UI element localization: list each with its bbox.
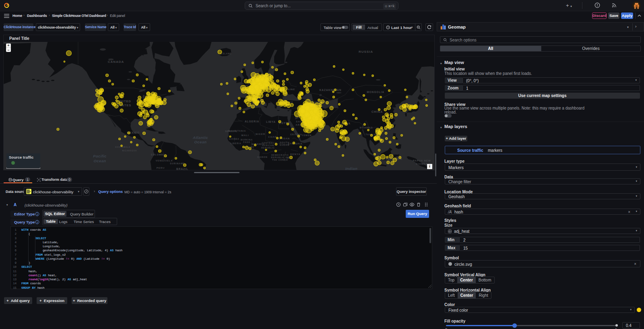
svg-text:PERU: PERU [157,167,165,169]
svg-text:KAZAKHSTAN: KAZAKHSTAN [320,89,342,91]
svg-text:GUINEA: GUINEA [229,138,239,140]
svg-text:MALI: MALI [242,134,249,137]
svg-text:Ocean: Ocean [93,159,106,163]
svg-text:REPUBLIC: REPUBLIC [261,147,275,149]
svg-text:LIBYA: LIBYA [266,120,276,123]
svg-text:ERITREA: ERITREA [291,133,302,136]
svg-text:NICARAGUA: NICARAGUA [122,150,137,152]
svg-text:SENEGAL: SENEGAL [225,130,237,132]
svg-text:CHINA: CHINA [372,110,383,114]
svg-text:COLOMBIA: COLOMBIA [151,153,166,156]
svg-text:RUSSIA: RUSSIA [359,50,373,54]
svg-text:FASO: FASO [243,141,250,143]
svg-text:VENEZUELA: VENEZUELA [156,159,173,162]
svg-text:BRAZIL: BRAZIL [176,168,188,170]
svg-text:MYANMAR: MYANMAR [360,126,373,129]
svg-text:LIBERIA: LIBERIA [231,142,242,145]
svg-text:GUATEMALA: GUATEMALA [115,146,130,148]
svg-text:ETHIOPIA: ETHIOPIA [288,143,303,145]
svg-text:PAPUA NEW: PAPUA NEW [413,159,431,162]
svg-text:THE CONGO: THE CONGO [272,159,288,161]
svg-text:Atlantic: Atlantic [192,135,208,140]
svg-text:Indian: Indian [345,166,357,170]
svg-text:ALGERIA: ALGERIA [245,120,259,123]
svg-text:Pacific: Pacific [93,154,107,158]
svg-text:CANADA: CANADA [108,60,124,64]
svg-text:SUDAN: SUDAN [280,144,290,146]
svg-text:NIGER: NIGER [256,133,265,135]
svg-text:MONGOLIA: MONGOLIA [367,91,384,93]
svg-text:GABON: GABON [257,156,267,158]
svg-text:KENYA: KENYA [290,153,300,155]
svg-text:CHAD: CHAD [268,136,277,138]
svg-text:Ocean: Ocean [194,140,206,144]
svg-text:YEMEN: YEMEN [302,134,312,137]
svg-text:SURINAME: SURINAME [170,162,185,165]
svg-text:GUINEA: GUINEA [416,163,427,165]
